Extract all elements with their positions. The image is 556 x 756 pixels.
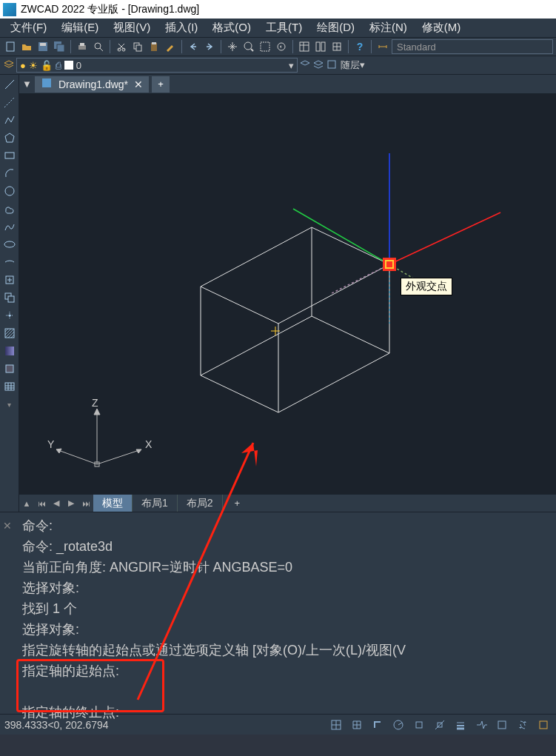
toolbar-separator	[221, 40, 221, 53]
preview-button[interactable]	[91, 39, 106, 54]
zoom-prev-button[interactable]	[274, 39, 289, 54]
circle-button[interactable]	[1, 183, 18, 199]
layer-name: 0	[76, 60, 81, 71]
layer-prev-button[interactable]	[299, 58, 311, 73]
dropdown-expand-button[interactable]: ▾	[1, 396, 18, 412]
match-prop-button[interactable]	[163, 39, 178, 54]
workspace: ▾ ▼ Drawing1.dwg* ✕ +	[0, 75, 556, 512]
copy-button[interactable]	[130, 39, 145, 54]
cmd-line: 找到 1 个	[22, 598, 550, 619]
cut-button[interactable]	[114, 39, 129, 54]
layer-color-swatch	[64, 61, 73, 70]
menu-format[interactable]: 格式(O)	[205, 21, 258, 35]
textstyle-combo[interactable]: Standard	[392, 39, 553, 54]
construction-line-button[interactable]	[1, 94, 18, 110]
region-button[interactable]	[1, 361, 18, 377]
polyline-button[interactable]	[1, 112, 18, 128]
tab-first-button[interactable]: ⏮	[34, 496, 49, 511]
menu-tools[interactable]: 工具(T)	[258, 21, 309, 35]
svg-rect-60	[386, 261, 393, 268]
layout-tab-layout1[interactable]: 布局1	[133, 495, 178, 512]
layout-add-button[interactable]: +	[223, 498, 252, 509]
svg-point-7	[95, 43, 101, 49]
tool-palette-button[interactable]	[329, 39, 344, 54]
svg-rect-35	[8, 296, 14, 302]
tab-prev-button[interactable]: ◀	[49, 496, 64, 511]
table-button[interactable]	[1, 378, 18, 395]
plot-icon: ⎙	[56, 60, 61, 71]
layer-states-button[interactable]	[312, 58, 324, 73]
menu-edit[interactable]: 编辑(E)	[54, 21, 106, 35]
snap-marker-icon	[383, 258, 396, 271]
menu-modify[interactable]: 修改(M)	[415, 21, 469, 35]
svg-rect-30	[5, 153, 14, 158]
ellipse-button[interactable]	[1, 236, 18, 252]
layout-tab-model[interactable]: 模型	[93, 495, 133, 512]
zoom-rt-button[interactable]	[241, 39, 256, 54]
tab-next-button[interactable]: ▶	[64, 496, 78, 511]
layer-manager-button[interactable]	[3, 58, 15, 73]
drawing-canvas[interactable]: 外观交点 X Y Z	[19, 94, 556, 494]
paste-button[interactable]	[147, 39, 161, 54]
properties-button[interactable]	[297, 39, 312, 54]
make-block-button[interactable]	[1, 290, 18, 306]
polygon-button[interactable]	[1, 130, 18, 146]
line-button[interactable]	[1, 76, 18, 93]
svg-rect-17	[261, 42, 269, 51]
menu-file[interactable]: 文件(F)	[3, 21, 54, 35]
hatch-button[interactable]	[1, 325, 18, 341]
toolbar-separator	[110, 40, 110, 53]
document-name: Drawing1.dwg*	[58, 78, 128, 90]
ellipse-arc-button[interactable]	[1, 254, 18, 270]
saveall-button[interactable]	[52, 39, 67, 54]
close-icon[interactable]: ✕	[3, 515, 12, 536]
menu-draw[interactable]: 绘图(D)	[309, 21, 362, 35]
zoom-window-button[interactable]	[258, 39, 272, 54]
arc-button[interactable]	[1, 165, 18, 181]
undo-button[interactable]	[186, 39, 201, 54]
standard-toolbar: ? Standard	[0, 38, 556, 56]
svg-rect-42	[5, 383, 14, 390]
layer-combo[interactable]: ● ☀ 🔓 ⎙ 0 ▾	[16, 58, 298, 73]
dimstyle-button[interactable]	[375, 39, 390, 54]
tab-collapse-icon[interactable]: ▲	[19, 496, 34, 511]
menu-bar: 文件(F) 编辑(E) 视图(V) 插入(I) 格式(O) 工具(T) 绘图(D…	[0, 19, 556, 38]
spline-button[interactable]	[1, 218, 18, 235]
rectangle-button[interactable]	[1, 147, 18, 164]
help-button[interactable]: ?	[352, 39, 367, 54]
save-button[interactable]	[36, 39, 50, 54]
plus-icon: +	[158, 78, 164, 90]
cmd-line: 命令: _rotate3d	[22, 536, 550, 557]
gradient-button[interactable]	[1, 343, 18, 359]
print-button[interactable]	[75, 39, 90, 54]
pan-button[interactable]	[225, 39, 240, 54]
layer-iso-button[interactable]	[326, 58, 338, 73]
design-center-button[interactable]	[313, 39, 328, 54]
menu-annotate[interactable]: 标注(N)	[362, 21, 415, 35]
menu-insert[interactable]: 插入(I)	[158, 21, 205, 35]
revcloud-button[interactable]	[1, 201, 18, 217]
open-file-button[interactable]	[19, 39, 34, 54]
bylayer-combo[interactable]: 随层▾	[341, 58, 459, 72]
svg-rect-19	[300, 42, 309, 51]
close-icon[interactable]: ✕	[134, 78, 143, 90]
redo-button[interactable]	[202, 39, 217, 54]
svg-point-31	[5, 187, 14, 195]
sun-icon: ☀	[29, 60, 38, 71]
svg-rect-2	[40, 43, 46, 46]
layout-tab-layout2[interactable]: 布局2	[178, 495, 223, 512]
svg-line-16	[251, 49, 253, 51]
new-file-button[interactable]	[3, 39, 18, 54]
new-tab-button[interactable]: +	[152, 76, 170, 93]
chevron-down-icon: ▾	[360, 59, 365, 70]
svg-text:Z: Z	[92, 398, 98, 409]
command-window[interactable]: ✕ 命令: 命令: _rotate3d 当前正向角度: ANGDIR=逆时针 A…	[0, 512, 556, 714]
menu-view[interactable]: 视图(V)	[106, 21, 158, 35]
app-logo-icon	[3, 3, 16, 16]
point-button[interactable]	[1, 307, 18, 324]
chevron-down-icon[interactable]: ▼	[22, 78, 32, 90]
toolbar-separator	[70, 40, 71, 53]
insert-block-button[interactable]	[1, 272, 18, 288]
tab-last-button[interactable]: ⏭	[78, 496, 93, 511]
document-tab-active[interactable]: Drawing1.dwg* ✕	[35, 76, 149, 93]
